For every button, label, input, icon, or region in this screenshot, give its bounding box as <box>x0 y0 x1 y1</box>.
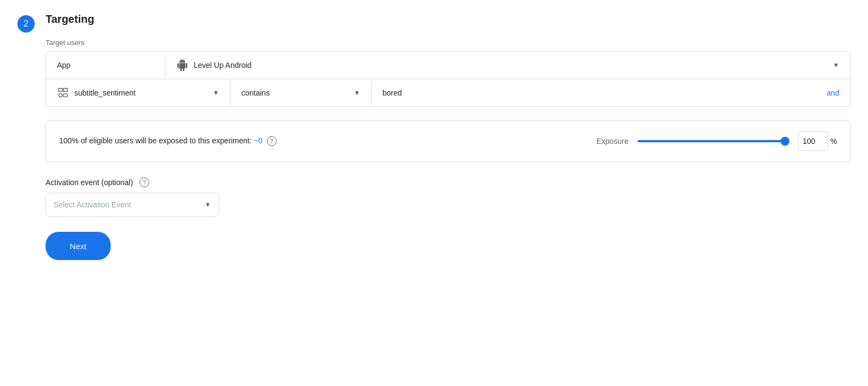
exposure-label: Exposure <box>596 137 628 145</box>
exposure-slider[interactable] <box>637 136 789 147</box>
page-title: Targeting <box>46 13 851 26</box>
filter-property-value: subtitle_sentiment <box>74 88 207 97</box>
activation-dropdown-arrow-icon: ▼ <box>205 201 211 208</box>
condition-dropdown-arrow-icon: ▼ <box>354 89 360 97</box>
step-number: 2 <box>17 15 35 33</box>
exposure-value-box: % <box>798 131 837 151</box>
filter-row: subtitle_sentiment ▼ contains ▼ bored an… <box>46 79 850 106</box>
activation-label: Activation event (optional) <box>46 178 133 187</box>
property-dropdown-arrow-icon: ▼ <box>213 89 219 97</box>
filter-condition-dropdown[interactable]: contains ▼ <box>231 81 372 105</box>
slider-track <box>637 140 789 142</box>
exposure-box: 100% of eligible users will be exposed t… <box>46 120 851 162</box>
exposure-input[interactable] <box>798 131 828 151</box>
app-row: App Level Up Android ▼ <box>46 52 850 79</box>
target-users-label: Target users <box>46 39 851 47</box>
exposure-help-icon[interactable]: ? <box>267 136 277 146</box>
filter-value: bored <box>382 88 827 97</box>
exposure-controls: Exposure % <box>596 131 837 151</box>
activation-help-icon[interactable]: ? <box>139 178 149 187</box>
app-dropdown-arrow-icon: ▼ <box>833 61 839 69</box>
filter-condition-value: contains <box>241 88 348 97</box>
slider-thumb <box>781 137 789 145</box>
percent-label: % <box>831 137 837 145</box>
filter-value-cell: bored and <box>372 81 850 105</box>
app-select-dropdown[interactable]: Level Up Android ▼ <box>165 52 850 79</box>
exposure-description: 100% of eligible users will be exposed t… <box>59 136 583 146</box>
app-label: App <box>46 53 165 77</box>
activation-event-dropdown[interactable]: Select Activation Event ▼ <box>46 193 219 217</box>
and-button[interactable]: and <box>827 88 839 97</box>
app-value: Level Up Android <box>194 61 827 69</box>
activation-placeholder: Select Activation Event <box>54 200 205 209</box>
android-icon <box>176 59 188 71</box>
activation-label-row: Activation event (optional) ? <box>46 178 851 187</box>
property-icon <box>57 87 69 99</box>
next-button[interactable]: Next <box>46 232 111 260</box>
target-users-box: App Level Up Android ▼ <box>46 51 851 107</box>
filter-property-dropdown[interactable]: subtitle_sentiment ▼ <box>46 79 231 106</box>
exposure-count: ~0 <box>254 136 263 145</box>
